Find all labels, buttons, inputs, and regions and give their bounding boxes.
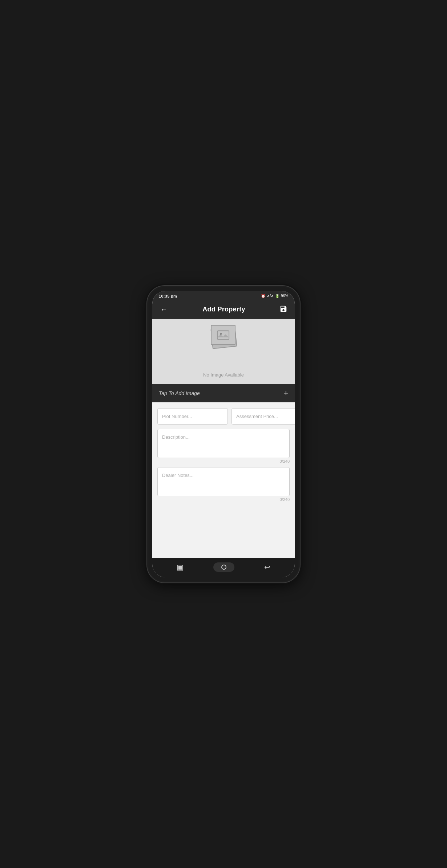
page-title: Add Property	[202, 306, 245, 313]
signal-icon: ✗/✗	[267, 294, 274, 298]
status-bar: 10:35 pm ⏰ ✗/✗ 🔋 96%	[152, 291, 295, 300]
recent-apps-button[interactable]: ▣	[172, 561, 188, 573]
alarm-icon: ⏰	[261, 294, 265, 298]
landscape-icon-front	[217, 330, 230, 340]
tap-add-image-bar[interactable]: Tap To Add Image +	[152, 384, 295, 402]
back-nav-button[interactable]: ↩	[260, 561, 275, 573]
back-button[interactable]: ←	[158, 304, 170, 314]
image-placeholder-area: No Image Available	[152, 319, 295, 384]
phone-screen: 10:35 pm ⏰ ✗/✗ 🔋 96% ← Add Property	[152, 291, 295, 577]
assessment-price-input[interactable]	[231, 408, 295, 425]
description-char-count: 0/240	[157, 459, 290, 463]
save-button[interactable]	[278, 304, 289, 315]
dealer-notes-char-count: 0/240	[157, 497, 290, 502]
add-image-plus-icon: +	[283, 389, 288, 398]
description-textarea[interactable]	[157, 429, 290, 458]
tap-add-label: Tap To Add Image	[159, 390, 200, 396]
recent-apps-icon: ▣	[177, 563, 184, 572]
svg-point-3	[220, 333, 222, 334]
plot-number-input[interactable]	[157, 408, 228, 425]
app-bar: ← Add Property	[152, 300, 295, 319]
status-icons: ⏰ ✗/✗ 🔋 96%	[261, 294, 288, 298]
battery-icon: 🔋	[275, 294, 279, 298]
svg-rect-2	[217, 331, 229, 339]
form-row-top	[157, 408, 290, 425]
no-image-icon	[207, 325, 240, 350]
dealer-notes-textarea[interactable]	[157, 467, 290, 496]
home-icon	[221, 565, 226, 570]
home-button[interactable]	[213, 562, 234, 572]
phone-frame: 10:35 pm ⏰ ✗/✗ 🔋 96% ← Add Property	[147, 286, 300, 582]
no-image-text: No Image Available	[203, 372, 244, 378]
image-card-front	[211, 325, 235, 345]
battery-percent: 96%	[281, 294, 288, 298]
back-nav-icon: ↩	[264, 563, 270, 572]
form-area: 0/240 0/240	[152, 402, 295, 558]
status-time: 10:35 pm	[159, 294, 177, 298]
bottom-nav: ▣ ↩	[152, 558, 295, 577]
floppy-disk-icon	[279, 305, 287, 313]
